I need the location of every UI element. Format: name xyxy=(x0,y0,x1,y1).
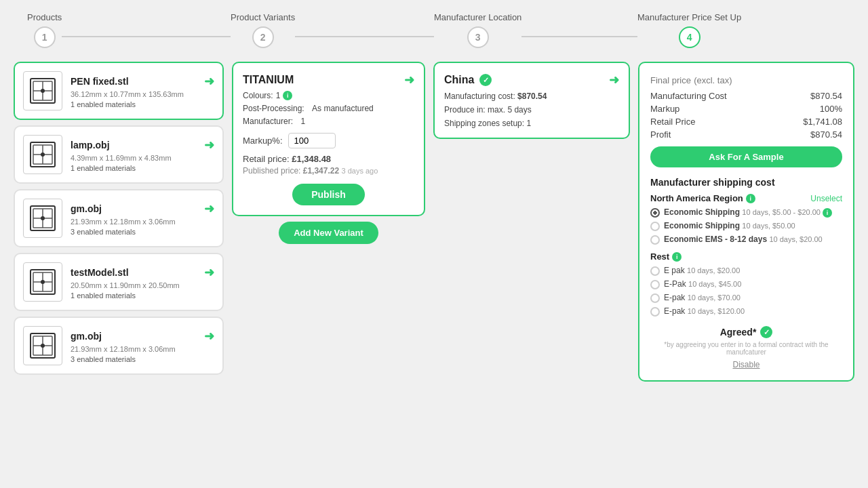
variant-card: TITANIUM ➜ Colours: 1 i Post-Processing:… xyxy=(232,62,425,216)
final-price-title: Final price (excl. tax) xyxy=(650,74,842,85)
step-3: Manufacturer Location 3 xyxy=(434,12,521,48)
rest-option-1[interactable]: E-Pak 10 days, $45.00 xyxy=(650,279,842,289)
product-info-4: gm.obj ➜ 21.93mm x 12.18mm x 3.06mm 3 en… xyxy=(71,329,214,363)
svg-point-19 xyxy=(41,280,45,284)
step-2: Product Variants 2 xyxy=(231,12,295,48)
location-shipping-zones: Shipping zones setup: 1 xyxy=(444,119,619,128)
product-icon-3 xyxy=(23,262,62,302)
product-materials-4: 3 enabled materials xyxy=(71,355,214,363)
na-option-2[interactable]: Economic EMS - 8-12 days 10 days, $20.00 xyxy=(650,235,842,245)
rest-radio-0[interactable] xyxy=(650,266,660,276)
variant-manufacturer: Manufacturer: 1 xyxy=(243,117,414,126)
rest-info-icon[interactable]: i xyxy=(672,252,682,262)
na-radio-1[interactable] xyxy=(650,222,660,231)
step-line-3 xyxy=(521,36,637,37)
price-column: Final price (excl. tax) Manufacturing Co… xyxy=(638,62,854,382)
add-variant-button[interactable]: Add New Variant xyxy=(279,222,378,244)
product-materials-1: 1 enabled materials xyxy=(71,164,214,172)
main-columns: PEN fixed.stl ➜ 36.12mm x 10.77mm x 135.… xyxy=(0,55,868,388)
product-dims-1: 4.39mm x 11.69mm x 4.83mm xyxy=(71,154,214,162)
product-info-3: testModel.stl ➜ 20.50mm x 11.90mm x 20.5… xyxy=(71,265,214,300)
step-1: Products 1 xyxy=(27,12,62,48)
product-arrow-icon-3: ➜ xyxy=(204,265,214,280)
disable-link[interactable]: Disable xyxy=(650,360,842,369)
publish-button[interactable]: Publish xyxy=(292,184,365,205)
product-info-2: gm.obj ➜ 21.93mm x 12.18mm x 3.06mm 3 en… xyxy=(71,201,214,236)
product-name-4: gm.obj ➜ xyxy=(71,329,214,344)
product-info-0: PEN fixed.stl ➜ 36.12mm x 10.77mm x 135.… xyxy=(71,74,214,108)
rest-option-0[interactable]: E pak 10 days, $20.00 xyxy=(650,266,842,276)
product-materials-0: 1 enabled materials xyxy=(71,100,214,108)
svg-point-4 xyxy=(41,89,45,93)
variant-post-processing: Post-Processing: As manufactured xyxy=(243,104,414,113)
stepper: Products 1 Product Variants 2 Manufactur… xyxy=(0,0,868,55)
product-dims-2: 21.93mm x 12.18mm x 3.06mm xyxy=(71,218,214,226)
rest-option-2[interactable]: E-pak 10 days, $70.00 xyxy=(650,293,842,303)
step-group-4: Manufacturer Price Set Up 4 xyxy=(637,12,841,48)
location-mfg-cost: Manufacturing cost: $870.54 xyxy=(444,92,619,101)
step-3-circle[interactable]: 3 xyxy=(467,26,489,48)
location-produce: Produce in: max. 5 days xyxy=(444,105,619,115)
step-group-1: Products 1 xyxy=(27,12,231,48)
step-2-label: Product Variants xyxy=(231,12,295,22)
step-line-1 xyxy=(62,36,231,37)
na-option-0[interactable]: Economic Shipping 10 days, $5.00 - $20.0… xyxy=(650,207,842,218)
rest-option-3[interactable]: E-pak 10 days, $120.00 xyxy=(650,306,842,317)
product-card-2[interactable]: gm.obj ➜ 21.93mm x 12.18mm x 3.06mm 3 en… xyxy=(14,189,224,247)
location-arrow-icon: ➜ xyxy=(609,73,619,87)
step-3-label: Manufacturer Location xyxy=(434,12,521,22)
product-card-4[interactable]: gm.obj ➜ 21.93mm x 12.18mm x 3.06mm 3 en… xyxy=(14,317,224,375)
price-row-1: Markup 100% xyxy=(650,104,842,114)
price-row-0: Manufacturing Cost $870.54 xyxy=(650,91,842,101)
na-option-0-info-icon[interactable]: i xyxy=(823,208,832,218)
product-arrow-icon-4: ➜ xyxy=(204,329,214,344)
na-option-1[interactable]: Economic Shipping 10 days, $50.00 xyxy=(650,221,842,231)
svg-point-9 xyxy=(41,152,45,157)
agreed-note: *by aggreeing you enter in to a formal c… xyxy=(650,341,842,356)
na-radio-0[interactable] xyxy=(650,208,660,218)
product-card-3[interactable]: testModel.stl ➜ 20.50mm x 11.90mm x 20.5… xyxy=(14,253,224,311)
unselect-link[interactable]: Unselect xyxy=(810,194,842,203)
price-row-2: Retail Price $1,741.08 xyxy=(650,117,842,127)
markup-input[interactable] xyxy=(288,133,336,148)
ask-sample-button[interactable]: Ask For A Sample xyxy=(650,146,842,167)
step-4: Manufacturer Price Set Up 4 xyxy=(637,12,741,48)
colours-info-icon[interactable]: i xyxy=(283,91,292,100)
product-card-0[interactable]: PEN fixed.stl ➜ 36.12mm x 10.77mm x 135.… xyxy=(14,62,224,120)
product-dims-3: 20.50mm x 11.90mm x 20.50mm xyxy=(71,281,214,289)
north-america-label: North America Region i xyxy=(650,193,755,203)
step-4-circle[interactable]: 4 xyxy=(679,26,701,48)
step-2-circle[interactable]: 2 xyxy=(252,26,274,48)
product-arrow-icon-0: ➜ xyxy=(204,74,214,89)
product-name-2: gm.obj ➜ xyxy=(71,201,214,216)
north-america-header: North America Region i Unselect xyxy=(650,193,842,203)
product-dims-4: 21.93mm x 12.18mm x 3.06mm xyxy=(71,345,214,353)
step-group-2: Product Variants 2 xyxy=(231,12,434,48)
product-icon-0 xyxy=(23,71,62,110)
north-america-info-icon[interactable]: i xyxy=(746,194,755,203)
step-4-label: Manufacturer Price Set Up xyxy=(637,12,741,22)
rest-radio-1[interactable] xyxy=(650,280,660,289)
na-radio-2[interactable] xyxy=(650,235,660,245)
product-dims-0: 36.12mm x 10.77mm x 135.63mm xyxy=(71,90,214,98)
product-name-3: testModel.stl ➜ xyxy=(71,265,214,280)
product-materials-2: 3 enabled materials xyxy=(71,228,214,236)
product-name-1: lamp.obj ➜ xyxy=(71,138,214,152)
svg-point-14 xyxy=(41,216,45,220)
product-card-1[interactable]: lamp.obj ➜ 4.39mm x 11.69mm x 4.83mm 1 e… xyxy=(14,125,224,184)
rest-radio-2[interactable] xyxy=(650,293,660,303)
published-price: Published price: £1,347.22 3 days ago xyxy=(243,166,414,176)
variant-title: TITANIUM ➜ xyxy=(243,73,414,87)
product-name-0: PEN fixed.stl ➜ xyxy=(71,74,214,89)
rest-label: Rest i xyxy=(650,251,682,262)
retail-price: Retail price: £1,348.48 xyxy=(243,154,414,164)
products-column: PEN fixed.stl ➜ 36.12mm x 10.77mm x 135.… xyxy=(14,62,224,382)
location-title: China ✓ ➜ xyxy=(444,73,619,87)
location-check-icon: ✓ xyxy=(479,74,492,86)
rest-radio-3[interactable] xyxy=(650,307,660,317)
step-1-circle[interactable]: 1 xyxy=(34,26,56,48)
rest-header: Rest i xyxy=(650,251,842,262)
product-icon-1 xyxy=(23,135,62,174)
price-row-3: Profit $870.54 xyxy=(650,129,842,140)
rest-section: Rest i E pak 10 days, $20.00 E-Pak 1 xyxy=(650,251,842,317)
